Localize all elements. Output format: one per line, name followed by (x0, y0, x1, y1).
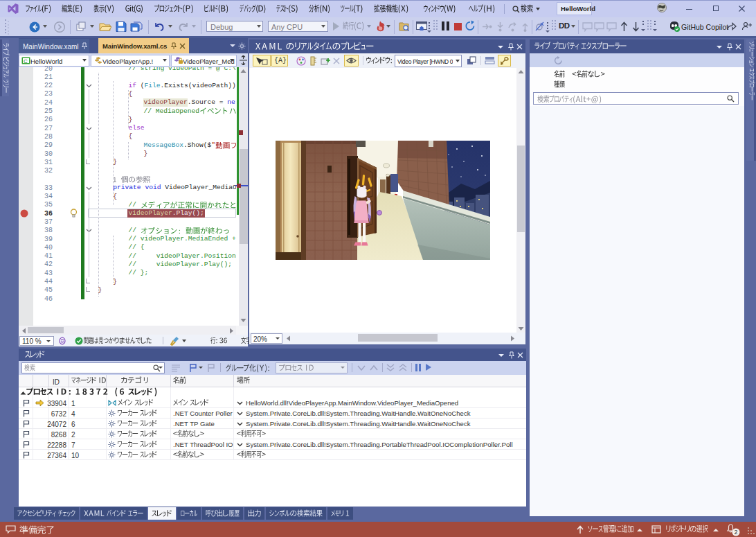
svg-text:C: C (24, 58, 28, 64)
svg-text:2: 2 (735, 529, 738, 536)
